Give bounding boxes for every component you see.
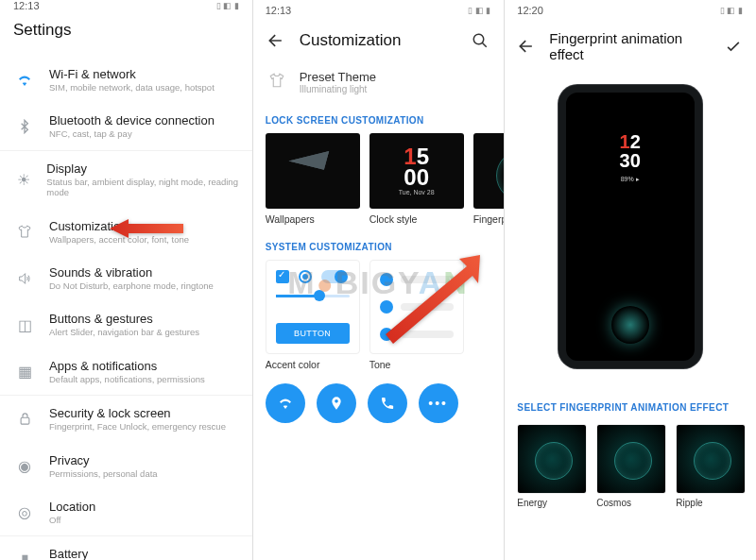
settings-item-title: Location (49, 500, 95, 514)
settings-item-title: Apps & notifications (49, 359, 205, 373)
search-button[interactable] (470, 30, 490, 51)
settings-item-subtitle: Alert Slider, navigation bar & gestures (49, 327, 199, 337)
page-title: Settings (13, 21, 71, 40)
customization-screen: 12:13 ▯ ◧ ▮ Customization Preset Theme I… (252, 0, 505, 560)
settings-item-buttons[interactable]: ◫ Buttons & gestures Alert Slider, navig… (0, 301, 252, 348)
settings-item-title: Battery (49, 547, 186, 560)
effect-label: Cosmos (596, 498, 666, 508)
effect-thumb (596, 424, 666, 494)
settings-item-title: Privacy (49, 453, 158, 467)
back-button[interactable] (517, 36, 536, 57)
effect-cosmos[interactable]: Cosmos (596, 424, 666, 508)
header: Settings (0, 11, 252, 57)
slider-icon (276, 295, 350, 297)
status-bar: 12:13 ▯ ◧ ▮ (252, 0, 505, 21)
apps-icon: ▦ (13, 360, 36, 382)
lock-icon (13, 408, 36, 431)
status-icons: ▯ ◧ ▮ (720, 6, 743, 15)
fingerprint-glow-icon (611, 306, 649, 344)
svg-rect-0 (21, 418, 29, 425)
settings-item-subtitle: Fingerprint, Face Unlock, emergency resc… (49, 421, 226, 432)
shirt-icon (13, 220, 36, 243)
settings-item-subtitle: Wallpapers, accent color, font, tone (49, 234, 189, 245)
card-label: Clock style (369, 213, 464, 225)
preset-theme-row[interactable]: Preset Theme Illuminating light (252, 68, 505, 104)
preset-subtitle: Illuminating light (300, 84, 376, 94)
dot-icon (380, 328, 393, 341)
effect-ripple[interactable]: Ripple (676, 424, 746, 508)
status-icons: ▯ ◧ ▮ (468, 6, 490, 15)
card-accent-color[interactable]: BUTTON (266, 260, 360, 354)
settings-item-wifi[interactable]: Wi-Fi & network SIM, mobile network, dat… (0, 57, 252, 103)
fingerprint-thumb (473, 133, 505, 209)
fingerprint-effect-screen: 12:20 ▯ ◧ ▮ Fingerprint animation effect… (504, 0, 756, 560)
lockscreen-cards[interactable]: Wallpapers 15 00 Tue, Nov 28 Clock style… (252, 133, 505, 230)
card-tone[interactable] (369, 260, 464, 354)
settings-item-title: Security & lock screen (49, 406, 226, 420)
confirm-button[interactable] (724, 36, 743, 57)
circle-wifi-icon[interactable] (266, 383, 305, 423)
preview-time-bottom: 30 (620, 151, 641, 170)
wallpaper-thumb (266, 133, 360, 209)
wifi-icon (13, 69, 36, 92)
card-label: Wallpapers (266, 213, 360, 225)
header: Customization (252, 21, 505, 64)
clock-bottom: 00 (404, 167, 429, 188)
settings-item-display[interactable]: ☀ Display Status bar, ambient display, n… (0, 151, 252, 209)
preview-battery: 89% ▸ (621, 176, 640, 183)
card-fingerprint[interactable]: Fingerprint (473, 133, 505, 225)
card-label: Fingerprint (473, 213, 505, 225)
card-clock-style[interactable]: 15 00 Tue, Nov 28 Clock style (369, 133, 464, 225)
status-time: 12:13 (266, 5, 292, 16)
shirt-icon (266, 72, 288, 93)
status-time: 12:13 (13, 0, 40, 11)
checkbox-icon (276, 270, 289, 283)
settings-item-customization[interactable]: Customization Wallpapers, accent color, … (0, 209, 252, 255)
settings-item-subtitle: Off (49, 515, 95, 525)
status-icons: ▯ ◧ ▮ (216, 1, 239, 10)
section-label-system: SYSTEM CUSTOMIZATION (252, 230, 505, 260)
battery-icon: ▮ (13, 549, 36, 560)
effect-label: Energy (517, 498, 587, 508)
settings-item-security[interactable]: Security & lock screen Fingerprint, Face… (0, 396, 252, 442)
settings-item-subtitle: Permissions, personal data (49, 468, 158, 479)
card-label: Accent color (266, 359, 360, 370)
settings-item-bluetooth[interactable]: Bluetooth & device connection NFC, cast,… (0, 103, 252, 149)
brightness-icon: ☀ (13, 168, 33, 191)
settings-item-privacy[interactable]: ◉ Privacy Permissions, personal data (0, 443, 252, 489)
status-bar: 12:20 ▯ ◧ ▮ (504, 0, 756, 21)
quick-circles: ••• (252, 378, 505, 423)
circle-phone-icon[interactable] (368, 383, 407, 423)
circle-more-icon[interactable]: ••• (419, 383, 458, 423)
clock-thumb: 15 00 Tue, Nov 28 (369, 133, 464, 209)
settings-item-subtitle: Default apps, notifications, permissions (49, 374, 205, 384)
settings-item-sounds[interactable]: Sounds & vibration Do Not Disturb, earph… (0, 255, 252, 301)
effect-thumb (517, 424, 587, 494)
status-time: 12:20 (517, 5, 543, 16)
page-title: Fingerprint animation effect (549, 30, 697, 62)
settings-item-location[interactable]: ◎ Location Off (0, 489, 252, 535)
gestures-icon: ◫ (13, 314, 36, 336)
back-button[interactable] (266, 30, 286, 51)
effect-energy[interactable]: Energy (517, 424, 587, 508)
card-wallpapers[interactable]: Wallpapers (266, 133, 360, 225)
section-label-effect: SELECT FINGERPRINT ANIMATION EFFECT (504, 391, 756, 420)
settings-item-subtitle: SIM, mobile network, data usage, hotspot (49, 82, 215, 93)
preset-title: Preset Theme (300, 70, 376, 84)
settings-list: Wi-Fi & network SIM, mobile network, dat… (0, 57, 252, 560)
settings-item-title: Buttons & gestures (49, 312, 199, 326)
effect-label: Ripple (676, 498, 746, 508)
settings-item-subtitle: Do Not Disturb, earphone mode, ringtone (49, 280, 214, 291)
circle-location-icon[interactable] (317, 383, 356, 423)
clock-date: Tue, Nov 28 (399, 189, 435, 195)
settings-item-battery[interactable]: ▮ Battery 70% - More than 2 days remaini… (0, 536, 252, 560)
settings-item-title: Wi-Fi & network (49, 67, 215, 81)
settings-item-title: Sounds & vibration (49, 265, 214, 280)
card-label: Tone (369, 359, 464, 370)
settings-item-apps[interactable]: ▦ Apps & notifications Default apps, not… (0, 348, 252, 395)
fingerprint-effect-options[interactable]: Energy Cosmos Ripple (504, 420, 756, 508)
radio-icon (299, 270, 312, 283)
settings-item-subtitle: NFC, cast, tap & pay (49, 128, 215, 139)
settings-item-title: Bluetooth & device connection (49, 113, 215, 127)
settings-item-title: Display (46, 161, 238, 176)
